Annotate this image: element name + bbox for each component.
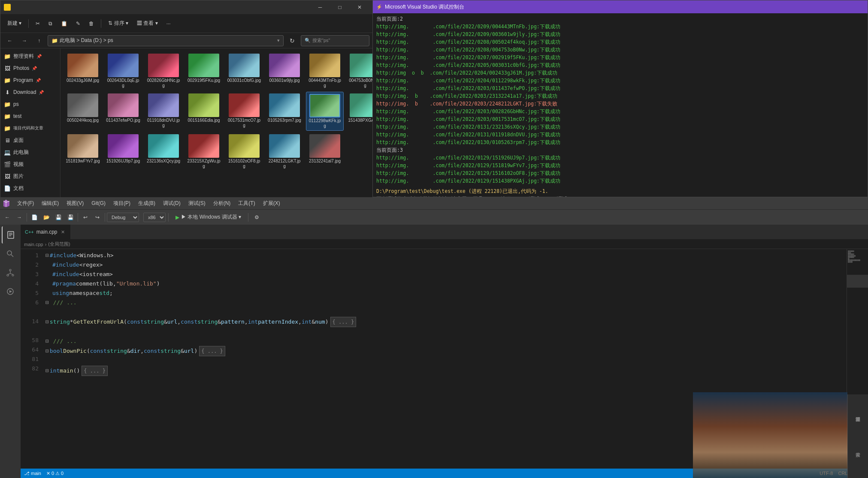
list-item[interactable]: 002826GbHNc.jpg [145,52,182,90]
list-item[interactable]: 011437efwPO.jpg [104,92,142,131]
list-item[interactable]: 0015166Edla.jpg [185,92,223,131]
menu-edit[interactable]: 编辑(E) [38,198,62,208]
rs-git-btn[interactable]: Git 更改 [850,466,867,478]
vs-extra-btn[interactable]: ⚙ [251,212,262,223]
file-name: 2248212LGKT.jpg [267,159,302,169]
list-item[interactable]: 0105263rpm7.jpg [266,92,303,131]
vs-open-btn[interactable]: 📂 [41,212,52,223]
copy-button[interactable]: ⧉ [45,17,56,30]
list-item[interactable]: 1516102oOF8.jpg [225,132,263,171]
list-item[interactable]: 002919f5FKu.jpg [185,52,223,90]
sidebar-item-pics[interactable]: 🖼 图片 [0,170,60,182]
minimize-button[interactable]: ─ [310,0,330,14]
collapse-icon[interactable]: ⊟ [45,366,49,376]
address-path[interactable]: 📁 此电脑 > Data (D:) > ps ▾ [48,35,284,46]
rs-search-btn[interactable]: 搜索 [850,431,867,466]
vs-new-btn[interactable]: 📄 [29,212,40,223]
collapse-icon[interactable]: ⊟ [45,317,49,327]
collapse-icon[interactable]: ⊟ [45,337,49,346]
sidebar-item-xiangmu[interactable]: 📁 项目代码和文章 [0,122,60,134]
explorer-activity-btn[interactable] [2,226,19,244]
paste-button[interactable]: 📋 [57,17,71,30]
menu-view[interactable]: 视图(V) [63,198,87,208]
sidebar-item-docs[interactable]: 📄 文档 [0,182,60,194]
list-item[interactable]: 233215XZgWu.jpg [185,132,223,171]
sidebar-item-ps[interactable]: 📁 ps [0,98,60,110]
sidebar-item-zulizhiliao[interactable]: 📁 整理资料 📌 [0,50,60,62]
collapse-icon[interactable]: ⊟ [45,346,49,356]
line-number: 81 [21,355,39,364]
collapsed-block[interactable]: { ... } [330,317,357,327]
status-branch[interactable]: ⎇ main [24,471,41,476]
tab-close-button[interactable]: ✕ [60,228,66,236]
refresh-button[interactable]: ↻ [286,35,298,47]
search-box[interactable]: 🔍 搜索"ps" [301,35,369,46]
collapsed-block[interactable]: { ... } [82,366,108,376]
menu-file[interactable]: 文件(F) [14,198,37,208]
rs-explorer-btn[interactable]: 资源管理器 [850,396,867,430]
menu-debug[interactable]: 调试(D) [160,198,184,208]
list-item[interactable]: 151819wFYv7.jpg [64,132,102,171]
up-button[interactable]: ↑ [33,35,45,47]
sidebar-item-video[interactable]: 🎬 视频 [0,158,60,170]
list-item[interactable]: 005024f4koq.jpg [64,92,102,131]
vs-redo-btn[interactable]: ↪ [92,212,103,223]
git-activity-btn[interactable] [2,264,19,281]
more-button[interactable]: ··· [163,17,174,30]
list-item[interactable]: 003031cObfG.jpg [225,52,263,90]
menu-test[interactable]: 测试(S) [185,198,209,208]
menu-tools[interactable]: 工具(T) [235,198,258,208]
sidebar-item-photos[interactable]: 🖼 Photos 📌 [0,62,60,74]
menu-git[interactable]: Git(G) [88,198,109,208]
platform-dropdown[interactable]: x86 x64 [143,213,166,222]
sort-button[interactable]: ⇅ 排序 ▾ [105,17,132,30]
vs-save-btn[interactable]: 💾 [53,212,64,223]
collapse-icon[interactable]: ⊟ [45,251,49,260]
status-errors[interactable]: ✕ 0 ⚠ 0 [46,471,64,476]
keyword: const [127,317,144,327]
vs-save-all-btn[interactable]: 💾 [65,212,76,223]
cut-button[interactable]: ✂ [32,17,43,30]
list-item[interactable]: 232136sXQcy.jpg [145,132,182,171]
list-item[interactable]: 151438PXGAj.jpg [346,92,373,131]
sidebar-item-thispc[interactable]: 💻 此电脑 [0,146,60,158]
list-item[interactable]: 002433gJ6lM.jpg [64,52,102,90]
debug-config-dropdown[interactable]: Debug Release [107,213,139,222]
list-item[interactable]: 23132241al7.jpg [306,132,344,171]
list-item[interactable]: 002643DL0qE.jpg [104,52,142,90]
collapse-icon[interactable]: ⊟ [45,298,49,307]
sidebar-item-zhuomian[interactable]: 🖥 桌面 [0,134,60,146]
collapsed-block[interactable]: { ... } [199,346,225,356]
run-debugger-button[interactable]: ▶ ▶ 本地 Windows 调试器 ▾ [171,212,245,223]
list-item[interactable]: 0017531mcO7.jpg [225,92,263,131]
delete-button[interactable]: 🗑 [85,17,97,30]
list-item[interactable]: 151926UJ9p7.jpg [104,132,142,171]
new-button[interactable]: 新建 ▾ [4,17,25,30]
search-activity-btn[interactable] [2,245,19,262]
view-button[interactable]: ☰ 查看 ▾ [133,17,161,30]
sidebar-item-download[interactable]: ⬇ Download 📌 [0,86,60,98]
list-item[interactable]: 2248212LGKT.jpg [266,132,303,171]
rename-button[interactable]: ✎ [73,17,84,30]
menu-extensions[interactable]: 扩展(X) [260,198,284,208]
sidebar-item-program[interactable]: 📁 Program 📌 [0,74,60,86]
list-item[interactable]: 0112298wKFk.jpg [306,92,344,131]
back-button[interactable]: ← [4,35,16,47]
close-button[interactable]: ✕ [350,0,369,14]
menu-project[interactable]: 项目(P) [110,198,134,208]
vs-undo-btn[interactable]: ↩ [80,212,91,223]
sidebar-item-test[interactable]: 📁 test [0,110,60,122]
tab-main-cpp[interactable]: C++ main.cpp ✕ [21,225,70,239]
list-item[interactable]: 004753oB0Nw.jpg [346,52,373,90]
menu-analyze[interactable]: 分析(N) [210,198,234,208]
forward-button[interactable]: → [18,35,30,47]
list-item[interactable]: 003601w9jly.jpg [266,52,303,90]
list-item[interactable]: 011918dnDVU.jpg [145,92,182,131]
menu-build[interactable]: 生成(B) [135,198,159,208]
vs-forward-btn[interactable]: → [14,212,25,223]
line-number: 14 [21,317,39,326]
list-item[interactable]: 004443MTnFb.jpg [306,52,344,90]
debug-activity-btn[interactable] [2,283,19,300]
maximize-button[interactable]: □ [330,0,350,14]
vs-back-btn[interactable]: ← [2,212,13,223]
